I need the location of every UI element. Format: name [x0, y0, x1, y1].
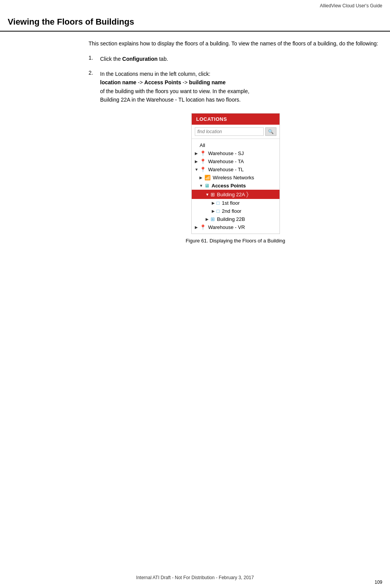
step-1-text-after: tab. — [157, 56, 168, 62]
tree-item-warehouse-sj[interactable]: ▶ 📍 Warehouse - SJ — [192, 149, 280, 157]
arrow-tl: ▼ — [195, 167, 199, 172]
step-2-arrow1: -> — [136, 79, 144, 85]
arrow-sj: ▶ — [195, 151, 199, 155]
label-wireless: Wireless Networks — [213, 175, 254, 180]
step-1: 1. Click the Configuration tab. — [89, 55, 382, 63]
step-2-bold2: Access Points — [144, 79, 181, 85]
footer-text: Internal ATI Draft - Not For Distributio… — [136, 575, 254, 580]
step-1-content: Click the Configuration tab. — [100, 55, 168, 63]
tree-item-warehouse-ta[interactable]: ▶ 📍 Warehouse - TA — [192, 157, 280, 165]
step-2-line2: of the building with the floors you want… — [100, 88, 249, 94]
tree-item-building-22a[interactable]: ▼ ⊞ Building 22A 〉 — [192, 190, 280, 199]
arrow-2nd: ▶ — [212, 209, 216, 213]
arrow-ta: ▶ — [195, 159, 199, 164]
page-footer: Internal ATI Draft - Not For Distributio… — [0, 575, 390, 580]
tree-item-warehouse-vr[interactable]: ▶ 📍 Warehouse - VR — [192, 223, 280, 231]
figure-container: LOCATIONS 🔍 All ▶ 📍 Warehouse - SJ — [89, 113, 382, 244]
tree-item-wireless[interactable]: ▶ 📶 Wireless Networks — [192, 174, 280, 182]
locations-header-label: LOCATIONS — [196, 116, 227, 122]
intro-text: This section explains how to display the… — [89, 39, 382, 48]
floor-icon-2nd: □ — [217, 208, 220, 214]
arrow-22b: ▶ — [206, 217, 209, 221]
page-number: 109 — [375, 580, 382, 585]
label-ta: Warehouse - TA — [208, 159, 244, 164]
cursor-icon: 〉 — [246, 191, 248, 198]
tree-item-access-points[interactable]: ▼ 🖥 Access Points — [192, 182, 280, 190]
locations-panel: LOCATIONS 🔍 All ▶ 📍 Warehouse - SJ — [191, 113, 280, 234]
label-sj: Warehouse - SJ — [208, 150, 244, 156]
arrow-ap: ▼ — [199, 184, 203, 188]
arrow-vr: ▶ — [195, 225, 199, 229]
step-2: 2. In the Locations menu in the left col… — [89, 70, 382, 104]
building-icon-22a: ⊞ — [211, 192, 215, 197]
step-2-bold1: location name — [100, 79, 136, 85]
tree-item-2nd-floor[interactable]: ▶ □ 2nd floor — [192, 207, 280, 215]
step-1-text-before: Click the — [100, 56, 122, 62]
label-tl: Warehouse - TL — [208, 167, 244, 172]
label-22b: Building 22B — [217, 216, 245, 222]
tree-item-warehouse-tl[interactable]: ▼ 📍 Warehouse - TL — [192, 165, 280, 174]
wifi-icon: 📶 — [204, 175, 211, 180]
label-vr: Warehouse - VR — [208, 224, 245, 230]
step-2-bold3: building name — [189, 79, 226, 85]
tree-container: All ▶ 📍 Warehouse - SJ ▶ 📍 Warehouse - T… — [192, 139, 280, 234]
content-area: This section explains how to display the… — [0, 39, 390, 244]
step-1-bold: Configuration — [122, 56, 158, 62]
step-1-num: 1. — [89, 55, 96, 63]
search-input[interactable] — [195, 127, 264, 136]
tree-item-1st-floor[interactable]: ▶ □ 1st floor — [192, 199, 280, 207]
ap-icon: 🖥 — [204, 183, 209, 189]
step-2-arrow2: -> — [181, 79, 189, 85]
step-2-line1: In the Locations menu in the left column… — [100, 71, 210, 77]
tree-item-building-22b[interactable]: ▶ ⊞ Building 22B — [192, 215, 280, 223]
arrow-wireless: ▶ — [199, 175, 203, 180]
label-2nd-floor: 2nd floor — [222, 208, 241, 214]
locations-panel-header: LOCATIONS — [192, 114, 280, 125]
step-2-content: In the Locations menu in the left column… — [100, 70, 249, 104]
page-title-section: Viewing the Floors of Buildings — [0, 10, 390, 32]
label-ap: Access Points — [212, 183, 246, 189]
building-icon-22b: ⊞ — [211, 216, 215, 222]
step-2-num: 2. — [89, 70, 96, 104]
tree-item-all[interactable]: All — [192, 141, 280, 149]
pin-icon-tl: 📍 — [200, 167, 206, 172]
search-button[interactable]: 🔍 — [265, 127, 276, 136]
label-22a: Building 22A — [217, 192, 245, 197]
pin-icon-ta: 📍 — [200, 159, 206, 164]
label-1st-floor: 1st floor — [222, 200, 239, 206]
document-title: AlliedView Cloud User's Guide — [320, 3, 382, 8]
figure-caption: Figure 61. Displaying the Floors of a Bu… — [186, 238, 285, 244]
step-2-line3: Building 22A in the Warehouse - TL locat… — [100, 97, 241, 103]
search-row: 🔍 — [192, 125, 280, 139]
label-all: All — [200, 142, 205, 148]
pin-icon-sj: 📍 — [200, 150, 206, 156]
page-header: AlliedView Cloud User's Guide — [0, 0, 390, 10]
arrow-1st: ▶ — [212, 201, 216, 205]
page-title: Viewing the Floors of Buildings — [8, 17, 382, 27]
arrow-22a: ▼ — [206, 192, 209, 197]
pin-icon-vr: 📍 — [200, 224, 206, 230]
floor-icon-1st: □ — [217, 200, 220, 206]
